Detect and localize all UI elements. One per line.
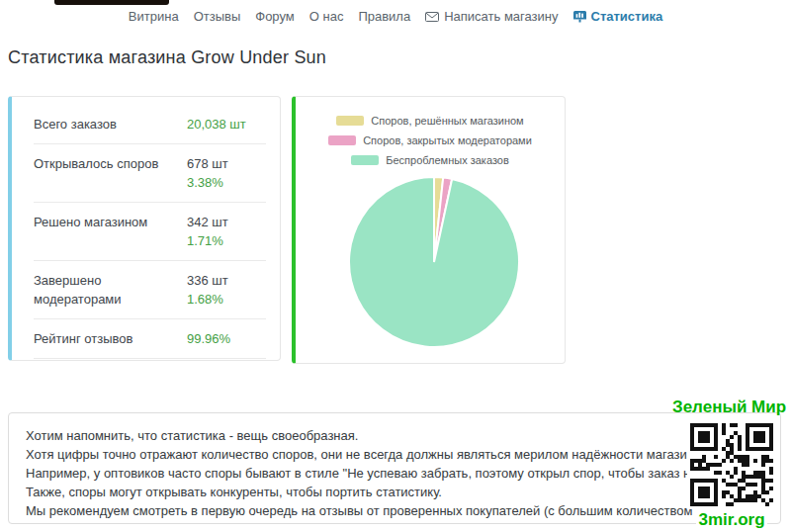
legend-item[interactable]: Споров, закрытых модераторами xyxy=(328,134,532,146)
chart-card: Споров, решённых магазиномСпоров, закрыт… xyxy=(292,96,566,364)
stat-value: 20,038 шт xyxy=(187,115,266,133)
nav-item-label: Форум xyxy=(255,9,295,24)
nav-item-label: О нас xyxy=(309,9,344,24)
nav-item-label: Отзывы xyxy=(194,9,241,24)
legend-swatch xyxy=(336,116,364,126)
page-title: Статистика магазина Grow Under Sun xyxy=(8,47,326,68)
nav-item-label: Статистика xyxy=(591,9,663,24)
stat-label: Открывалось споров xyxy=(34,154,158,192)
nav-item-label: Витрина xyxy=(129,9,179,24)
nav-item-statistika[interactable]: Статистика xyxy=(573,9,663,24)
legend-swatch xyxy=(351,155,379,165)
nav-item-forum[interactable]: Форум xyxy=(255,9,295,24)
stat-value-percent: 1.68% xyxy=(187,290,266,309)
stat-value-percent: 3.38% xyxy=(187,173,266,192)
stat-value: 678 шт3.38% xyxy=(187,154,266,192)
stat-label: Рейтинг отзывов xyxy=(34,329,132,348)
legend-label: Споров, решённых магазином xyxy=(371,115,523,127)
stat-value-main: 342 шт xyxy=(187,213,266,231)
legend-label: Беспроблемных заказов xyxy=(386,154,509,166)
notice-text: Хотим напомнить, что статистика - вещь с… xyxy=(9,413,780,520)
stat-row: Открывалось споров678 шт3.38% xyxy=(34,144,266,203)
nav-item-o-nas[interactable]: О нас xyxy=(309,9,344,24)
envelope-icon xyxy=(425,12,439,22)
stat-label: Решено магазином xyxy=(34,213,147,250)
stat-value: 336 шт1.68% xyxy=(187,271,266,309)
top-nav: ВитринаОтзывыФорумО насПравилаНаписать м… xyxy=(0,9,791,24)
qr-code-icon[interactable] xyxy=(690,423,773,506)
stat-row: Решено магазином342 шт1.71% xyxy=(34,203,266,261)
stat-row: Рейтинг отзывов99.96% xyxy=(34,319,266,359)
notice-line: Хотя цифры точно отражают количество спо… xyxy=(26,445,780,464)
notice-line: Мы рекомендуем смотреть в первую очередь… xyxy=(26,501,780,520)
stat-label: Всего заказов xyxy=(34,115,117,133)
stat-value-main: 678 шт xyxy=(187,154,266,173)
stats-table: Всего заказов20,038 штОткрывалось споров… xyxy=(12,97,280,359)
nav-item-label: Написать магазину xyxy=(444,9,558,24)
notice-card: Хотим напомнить, что статистика - вещь с… xyxy=(8,412,781,524)
notice-line: Например, у оптовиков часто споры бывают… xyxy=(26,464,780,483)
watermark-site-link[interactable]: 3mir.org xyxy=(696,510,766,530)
notice-line: Хотим напомнить, что статистика - вещь с… xyxy=(26,426,780,445)
watermark-title: Зеленый Мир xyxy=(672,398,781,417)
chart-legend: Споров, решённых магазиномСпоров, закрыт… xyxy=(296,97,565,166)
stat-value: 99.96% xyxy=(187,329,266,348)
pie-slice[interactable] xyxy=(349,177,519,347)
legend-item[interactable]: Споров, решённых магазином xyxy=(336,115,523,127)
legend-item[interactable]: Беспроблемных заказов xyxy=(351,154,509,166)
chart-icon xyxy=(573,11,586,23)
nav-item-pravila[interactable]: Правила xyxy=(358,9,410,24)
stat-value-main: 99.96% xyxy=(187,329,266,348)
stat-value-main: 20,038 шт xyxy=(187,115,266,133)
legend-label: Споров, закрытых модераторами xyxy=(363,134,532,146)
nav-item-vitrina[interactable]: Витрина xyxy=(129,9,179,24)
nav-item-label: Правила xyxy=(358,9,410,24)
notice-line: Также, споры могут открывать конкуренты,… xyxy=(26,483,780,501)
stat-label: Завершено модераторами xyxy=(34,271,187,309)
legend-swatch xyxy=(328,135,356,145)
stat-value-percent: 1.71% xyxy=(187,231,266,250)
stat-value-main: 336 шт xyxy=(187,271,266,290)
nav-item-otzyvy[interactable]: Отзывы xyxy=(194,9,241,24)
shop-logo[interactable] xyxy=(54,0,169,5)
stat-row: Завершено модераторами336 шт1.68% xyxy=(34,261,266,319)
stat-row: Всего заказов20,038 шт xyxy=(34,105,266,144)
stat-value: 342 шт1.71% xyxy=(187,213,266,250)
watermark: Зеленый Мир 3mir.org xyxy=(682,398,781,530)
stats-card: Всего заказов20,038 штОткрывалось споров… xyxy=(8,96,281,361)
nav-item-napisat-magazinu[interactable]: Написать магазину xyxy=(425,9,558,24)
qr-code-background xyxy=(687,420,776,509)
